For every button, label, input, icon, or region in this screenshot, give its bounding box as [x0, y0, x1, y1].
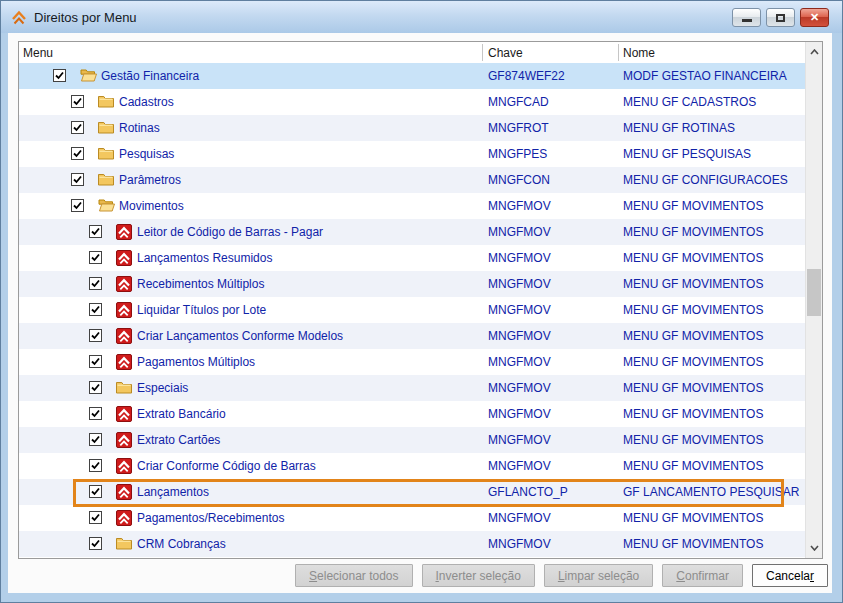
row-chave-value: MNGFROT	[488, 115, 549, 141]
table-row[interactable]: CRM CobrançasMNGFMOVMENU GF MOVIMENTOS	[19, 531, 805, 557]
row-checkbox[interactable]	[89, 485, 102, 498]
row-checkbox[interactable]	[71, 121, 84, 134]
row-checkbox[interactable]	[89, 303, 102, 316]
clear-selection-button: Limpar seleção	[544, 564, 653, 587]
row-nome-value: MENU GF CONFIGURACOES	[623, 167, 788, 193]
row-menu-label: Rotinas	[119, 115, 160, 141]
row-checkbox[interactable]	[89, 407, 102, 420]
row-checkbox[interactable]	[89, 433, 102, 446]
scroll-down-button[interactable]	[806, 540, 822, 556]
dialog-window: Direitos por Menu ✕ Menu Chave Nome Gest…	[0, 0, 843, 603]
table-row[interactable]: Criar Lançamentos Conforme ModelosMNGFMO…	[19, 323, 805, 349]
window-title: Direitos por Menu	[34, 10, 137, 25]
app-logo-icon	[116, 276, 132, 292]
row-chave-value: GFLANCTO_P	[488, 479, 568, 505]
checkmark-icon	[90, 382, 101, 393]
row-nome-value: MODF GESTAO FINANCEIRA	[623, 63, 787, 89]
row-menu-label: Extrato Cartões	[137, 427, 220, 453]
row-checkbox[interactable]	[53, 69, 66, 82]
table-row[interactable]: Criar Conforme Código de BarrasMNGFMOVME…	[19, 453, 805, 479]
table-row[interactable]: Pagamentos MúltiplosMNGFMOVMENU GF MOVIM…	[19, 349, 805, 375]
column-divider	[618, 44, 619, 61]
table-row[interactable]: RotinasMNGFROTMENU GF ROTINAS	[19, 115, 805, 141]
app-logo-icon	[116, 354, 132, 370]
folder-icon	[98, 146, 114, 160]
minimize-button[interactable]	[732, 8, 761, 27]
table-row[interactable]: LançamentosGFLANCTO_PGF LANCAMENTO PESQU…	[19, 479, 805, 505]
column-header-chave[interactable]: Chave	[488, 42, 523, 63]
row-menu-label: Lançamentos Resumidos	[137, 245, 272, 271]
menu-rights-table: Menu Chave Nome Gestão FinanceiraGF874WE…	[18, 41, 823, 559]
invert-selection-button: Inverter seleção	[422, 564, 535, 587]
row-checkbox[interactable]	[89, 251, 102, 264]
table-row[interactable]: EspeciaisMNGFMOVMENU GF MOVIMENTOS	[19, 375, 805, 401]
row-chave-value: MNGFMOV	[488, 427, 551, 453]
table-row[interactable]: CadastrosMNGFCADMENU GF CADASTROS	[19, 89, 805, 115]
table-row[interactable]: Pagamentos/RecebimentosMNGFMOVMENU GF MO…	[19, 505, 805, 531]
checkmark-icon	[54, 70, 65, 81]
row-nome-value: MENU GF MOVIMENTOS	[623, 401, 763, 427]
app-logo-icon	[116, 510, 132, 526]
app-logo-icon	[116, 250, 132, 266]
cancel-button[interactable]: Cancelar	[752, 564, 828, 587]
maximize-button[interactable]	[766, 8, 795, 27]
row-checkbox[interactable]	[89, 329, 102, 342]
row-nome-value: MENU GF ROTINAS	[623, 115, 735, 141]
row-nome-value: MENU GF MOVIMENTOS	[623, 531, 763, 557]
row-chave-value: MNGFMOV	[488, 271, 551, 297]
row-checkbox[interactable]	[71, 173, 84, 186]
table-row[interactable]: Gestão FinanceiraGF874WEF22MODF GESTAO F…	[19, 63, 805, 89]
scroll-up-button[interactable]	[806, 44, 822, 60]
row-checkbox[interactable]	[89, 277, 102, 290]
row-menu-label: CRM Cobranças	[137, 531, 226, 557]
row-checkbox[interactable]	[89, 381, 102, 394]
checkmark-icon	[90, 226, 101, 237]
row-menu-label: Pagamentos/Recebimentos	[137, 505, 284, 531]
row-checkbox[interactable]	[89, 225, 102, 238]
checkmark-icon	[90, 538, 101, 549]
table-row[interactable]: PesquisasMNGFPESMENU GF PESQUISAS	[19, 141, 805, 167]
vertical-scrollbar[interactable]	[805, 42, 822, 558]
row-checkbox[interactable]	[89, 355, 102, 368]
open-folder-icon	[98, 198, 114, 214]
row-nome-value: MENU GF MOVIMENTOS	[623, 375, 763, 401]
table-row[interactable]: MovimentosMNGFMOVMENU GF MOVIMENTOS	[19, 193, 805, 219]
checkmark-icon	[72, 96, 83, 107]
row-nome-value: MENU GF CADASTROS	[623, 89, 756, 115]
table-row[interactable]: Recebimentos MúltiplosMNGFMOVMENU GF MOV…	[19, 271, 805, 297]
row-chave-value: MNGFMOV	[488, 453, 551, 479]
table-row[interactable]: ParâmetrosMNGFCONMENU GF CONFIGURACOES	[19, 167, 805, 193]
row-checkbox[interactable]	[71, 199, 84, 212]
scrollbar-thumb[interactable]	[807, 269, 821, 316]
row-checkbox[interactable]	[71, 147, 84, 160]
row-nome-value: MENU GF MOVIMENTOS	[623, 427, 763, 453]
row-chave-value: MNGFMOV	[488, 323, 551, 349]
app-logo-icon	[116, 224, 132, 240]
row-chave-value: MNGFMOV	[488, 219, 551, 245]
checkmark-icon	[72, 122, 83, 133]
row-checkbox[interactable]	[89, 511, 102, 524]
chevron-up-icon	[810, 49, 819, 55]
column-header-nome[interactable]: Nome	[623, 42, 655, 63]
row-checkbox[interactable]	[89, 459, 102, 472]
row-checkbox[interactable]	[71, 95, 84, 108]
row-nome-value: MENU GF MOVIMENTOS	[623, 349, 763, 375]
dialog-body: Menu Chave Nome Gestão FinanceiraGF874WE…	[8, 33, 832, 593]
table-row[interactable]: Extrato BancárioMNGFMOVMENU GF MOVIMENTO…	[19, 401, 805, 427]
checkmark-icon	[72, 148, 83, 159]
folder-icon	[98, 120, 114, 136]
table-row[interactable]: Lançamentos ResumidosMNGFMOVMENU GF MOVI…	[19, 245, 805, 271]
checkmark-icon	[90, 356, 101, 367]
table-row[interactable]: Extrato CartõesMNGFMOVMENU GF MOVIMENTOS	[19, 427, 805, 453]
row-menu-label: Especiais	[137, 375, 188, 401]
column-header-menu[interactable]: Menu	[23, 42, 53, 63]
row-menu-label: Criar Lançamentos Conforme Modelos	[137, 323, 343, 349]
column-divider	[482, 44, 483, 61]
row-nome-value: MENU GF MOVIMENTOS	[623, 297, 763, 323]
row-checkbox[interactable]	[89, 537, 102, 550]
table-row[interactable]: Liquidar Títulos por LoteMNGFMOVMENU GF …	[19, 297, 805, 323]
row-chave-value: MNGFCAD	[488, 89, 549, 115]
title-bar: Direitos por Menu ✕	[1, 1, 842, 33]
close-button[interactable]: ✕	[800, 8, 829, 27]
table-row[interactable]: Leitor de Código de Barras - PagarMNGFMO…	[19, 219, 805, 245]
